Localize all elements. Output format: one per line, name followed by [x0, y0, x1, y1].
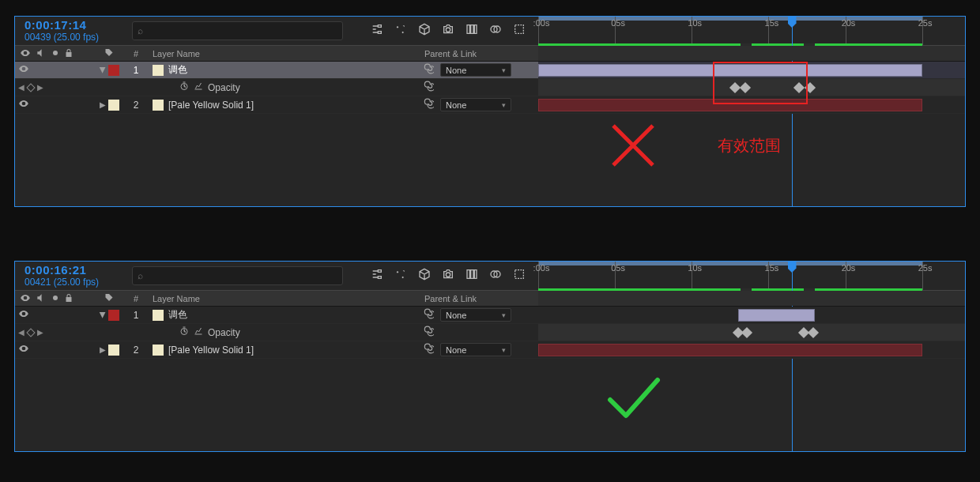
- parent-dropdown[interactable]: None▾: [440, 63, 511, 77]
- parent-dropdown[interactable]: None▾: [440, 98, 511, 111]
- current-timecode: 0:00:16:21: [24, 263, 126, 277]
- label-color-swatch[interactable]: [108, 310, 119, 321]
- layer-name: 调色: [168, 63, 187, 77]
- layer-index: 1: [124, 62, 148, 78]
- source-swatch: [153, 345, 164, 356]
- annotation-label: 有效范围: [718, 135, 781, 156]
- layer-bar[interactable]: [538, 344, 922, 356]
- ruler-tick: 10s: [684, 18, 705, 28]
- column-header: # Layer Name Parent & Link: [15, 46, 965, 62]
- twirl-icon[interactable]: ▶: [99, 66, 107, 74]
- search-input[interactable]: [132, 21, 343, 40]
- frame-readout: 00421 (25.00 fps): [24, 277, 126, 288]
- ruler-tick: 15s: [761, 18, 782, 28]
- label-color-swatch[interactable]: [108, 100, 119, 111]
- layer-name: 调色: [168, 308, 187, 322]
- wand-icon[interactable]: [394, 23, 407, 39]
- label-color-swatch[interactable]: [108, 65, 119, 76]
- keyframe-icon[interactable]: [741, 327, 752, 338]
- keyframe-icon[interactable]: [793, 82, 805, 93]
- timecode-block[interactable]: 0:00:17:14 00439 (25.00 fps): [15, 17, 126, 45]
- marker-icon[interactable]: [513, 268, 526, 284]
- twirl-icon[interactable]: ▶: [99, 345, 107, 354]
- col-audio-icon: [36, 292, 47, 305]
- kf-next-icon[interactable]: ▶: [37, 328, 43, 337]
- parent-dropdown[interactable]: None▾: [440, 308, 511, 322]
- source-swatch: [153, 65, 164, 76]
- annotation-x-icon: [605, 118, 661, 176]
- ruler-tick: 25s: [915, 18, 936, 28]
- keyframe-icon[interactable]: [740, 82, 751, 93]
- layer-name: [Pale Yellow Solid 1]: [168, 100, 254, 111]
- visibility-icon: [18, 63, 29, 77]
- marker-icon[interactable]: [513, 23, 526, 39]
- layer-row[interactable]: ▶ 1 调色 None▾: [15, 62, 965, 79]
- stopwatch-icon: [179, 326, 189, 338]
- ruler-tick: 20s: [839, 263, 859, 273]
- ruler-tick: :00s: [531, 263, 552, 273]
- layer-bar[interactable]: [738, 309, 815, 322]
- cube-icon[interactable]: [418, 23, 431, 39]
- camera-icon[interactable]: [442, 23, 454, 39]
- tree-icon[interactable]: [371, 23, 383, 39]
- blend-icon[interactable]: [489, 268, 502, 284]
- layer-row[interactable]: ▶ 2 [Pale Yellow Solid 1] None▾: [15, 341, 965, 359]
- time-ruler[interactable]: :00s05s10s15s20s25s: [538, 262, 965, 290]
- svg-point-8: [53, 296, 58, 300]
- kf-prev-icon[interactable]: ◀: [18, 328, 24, 337]
- columns-icon[interactable]: [466, 23, 478, 39]
- ruler-tick: 10s: [684, 263, 705, 273]
- visibility-icon: [18, 98, 29, 111]
- kf-add-icon[interactable]: [26, 83, 35, 92]
- col-visibility-icon: [20, 292, 31, 305]
- blend-icon[interactable]: [489, 23, 502, 39]
- parent-pickwhip-icon: [423, 81, 434, 94]
- layer-row[interactable]: ▶ 2 [Pale Yellow Solid 1] None▾: [15, 96, 965, 114]
- property-name: Opacity: [208, 82, 240, 93]
- timeline-toolbar: [371, 262, 538, 290]
- col-audio-icon: [36, 47, 47, 60]
- keyframe-icon[interactable]: [808, 327, 819, 338]
- layer-name: [Pale Yellow Solid 1]: [168, 345, 254, 356]
- col-solo-icon: [51, 49, 59, 58]
- kf-prev-icon[interactable]: ◀: [18, 83, 24, 92]
- col-solo-icon: [51, 294, 59, 303]
- svg-rect-2: [515, 25, 524, 34]
- tree-icon[interactable]: [371, 268, 383, 284]
- parent-pickwhip-icon: [423, 63, 434, 77]
- layer-index: 2: [124, 341, 148, 358]
- wand-icon[interactable]: [394, 268, 407, 284]
- twirl-icon[interactable]: ▶: [99, 100, 107, 109]
- keyframe-icon[interactable]: [805, 82, 816, 93]
- keyframe-icon[interactable]: [729, 82, 741, 93]
- timeline-toolbar: [371, 17, 538, 45]
- graph-icon: [194, 81, 203, 93]
- parent-pickwhip-icon: [423, 326, 434, 339]
- frame-readout: 00439 (25.00 fps): [24, 32, 126, 43]
- parent-pickwhip-icon: [423, 308, 434, 322]
- svg-rect-7: [515, 270, 524, 279]
- property-row: ◀ ▶ Opacity: [15, 79, 965, 96]
- ruler-tick: 25s: [915, 263, 936, 273]
- parent-pickwhip-icon: [423, 98, 434, 111]
- label-color-swatch[interactable]: [108, 345, 119, 356]
- source-swatch: [153, 310, 164, 321]
- layer-bar[interactable]: [538, 99, 922, 111]
- layer-row[interactable]: ▶ 1 调色 None▾: [15, 307, 965, 324]
- graph-icon: [194, 326, 203, 338]
- columns-icon[interactable]: [466, 268, 478, 284]
- time-ruler[interactable]: :00s05s10s15s20s25s: [538, 17, 965, 45]
- kf-next-icon[interactable]: ▶: [37, 83, 43, 92]
- layer-index: 2: [124, 96, 148, 113]
- cube-icon[interactable]: [418, 268, 431, 284]
- camera-icon[interactable]: [442, 268, 454, 284]
- timecode-block[interactable]: 0:00:16:21 00421 (25.00 fps): [15, 262, 126, 290]
- twirl-icon[interactable]: ▶: [99, 311, 107, 319]
- kf-add-icon[interactable]: [26, 328, 35, 337]
- layer-bar[interactable]: [538, 64, 922, 77]
- parent-dropdown[interactable]: None▾: [440, 343, 511, 356]
- col-lock-icon: [64, 48, 74, 59]
- search-input[interactable]: [132, 266, 343, 285]
- col-label-icon: [104, 293, 114, 304]
- visibility-icon: [18, 308, 29, 322]
